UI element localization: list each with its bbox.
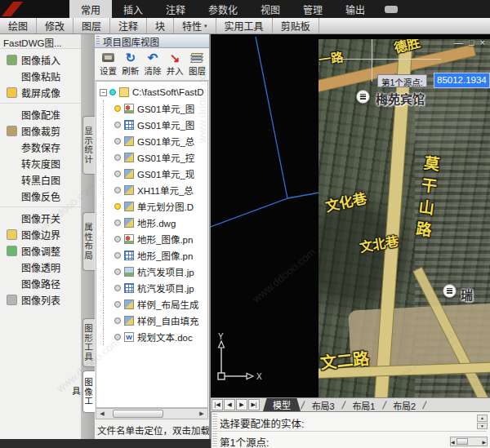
- sidebar-button-图像开关[interactable]: 图像开关: [0, 210, 81, 226]
- bulb-icon[interactable]: [114, 236, 121, 242]
- sidebar-button-截屏成像[interactable]: 截屏成像: [0, 84, 81, 100]
- tree-item[interactable]: 样例_布局生成: [96, 296, 207, 313]
- app-logo-button[interactable]: [0, 0, 69, 18]
- menu-tab-注释[interactable]: 注释: [154, 0, 197, 18]
- menu-tab-常用[interactable]: 常用: [69, 0, 112, 18]
- ribbon-panel-修改[interactable]: 修改: [37, 18, 74, 33]
- bulb-icon[interactable]: [114, 334, 121, 340]
- tree-item[interactable]: 地形_图像.pn: [96, 247, 207, 264]
- menu-tab-输出[interactable]: 输出: [334, 0, 376, 18]
- tree-item[interactable]: GS01单元_控: [96, 149, 207, 166]
- command-line-window[interactable]: 选择要配准的实体: ▲ ▼ 第1个源点: ◀ ▶: [211, 411, 490, 448]
- layout-tab-布局1[interactable]: 布局1: [345, 398, 381, 411]
- bulb-icon[interactable]: [114, 122, 121, 128]
- vertical-tab-显示统计[interactable]: 显示统计: [82, 116, 95, 175]
- layout-nav-1[interactable]: ◀: [224, 399, 235, 410]
- tree-item[interactable]: 地形.dwg: [96, 215, 207, 231]
- sidebar-button-图像反色[interactable]: 图像反色: [0, 188, 81, 204]
- scroll-left-icon[interactable]: ◀: [451, 439, 455, 445]
- menu-tab-插入[interactable]: 插入: [112, 0, 154, 18]
- panel-tool-清除[interactable]: ↶清除: [142, 51, 163, 79]
- vertical-tab-图形工具[interactable]: 图形工具: [82, 318, 95, 367]
- sidebar-button-参数保存[interactable]: 参数保存: [0, 139, 81, 155]
- close-icon[interactable]: ×: [480, 38, 485, 47]
- ribbon-minimize-icon[interactable]: [385, 6, 398, 13]
- layout-tab-布局3[interactable]: 布局3: [305, 398, 341, 411]
- tree-item[interactable]: GS01单元_图: [96, 100, 207, 117]
- panel-grip-icon[interactable]: [96, 36, 100, 46]
- bulb-icon[interactable]: [114, 285, 121, 291]
- tree-item[interactable]: GS01单元_现: [96, 166, 207, 182]
- restore-icon[interactable]: □: [469, 38, 474, 47]
- panel-tool-刷新[interactable]: ↻刷新: [120, 51, 140, 79]
- tree-item[interactable]: 杭汽发项目.jp: [96, 280, 207, 296]
- command-grip-icon[interactable]: [212, 414, 217, 447]
- sidebar-button-图像调整[interactable]: 图像调整: [0, 242, 81, 259]
- flyout-arrow-icon[interactable]: ▾: [204, 23, 207, 29]
- sidebar-button-图像裁剪[interactable]: 图像裁剪: [0, 122, 81, 139]
- bulb-icon[interactable]: [114, 220, 121, 226]
- ribbon-panel-绘图[interactable]: 绘图: [0, 18, 37, 33]
- ribbon-panel-图层[interactable]: 图层: [74, 18, 110, 33]
- scroll-left-icon[interactable]: ◀: [96, 410, 108, 417]
- sidebar-button-图像配准[interactable]: 图像配准: [0, 106, 81, 122]
- layout-nav-2[interactable]: ▶: [236, 399, 247, 410]
- tree-root[interactable]: −C:\fastSoft\FastD: [96, 84, 207, 100]
- tree-item[interactable]: 单元划分图.D: [96, 198, 207, 215]
- ribbon-panel-剪贴板[interactable]: 剪贴板: [273, 18, 319, 33]
- menu-tab-参数化[interactable]: 参数化: [197, 0, 249, 18]
- sidebar-button-图像透明[interactable]: 图像透明: [0, 259, 81, 275]
- drawing-viewport[interactable]: 一路德胜梅苑宾馆莫干山路文化巷文北巷文二路瑞 第1个源点: 85012.1934…: [211, 34, 490, 397]
- scroll-up-icon[interactable]: ▲: [477, 415, 488, 422]
- panel-tool-并入[interactable]: ↘并入: [165, 51, 185, 79]
- scroll-thumb[interactable]: [113, 410, 163, 418]
- collapse-icon[interactable]: −: [100, 89, 107, 96]
- layout-tab-模型[interactable]: 模型: [263, 398, 301, 411]
- command-hscrollbar[interactable]: ◀ ▶: [450, 437, 488, 446]
- sidebar-button-转灰度图[interactable]: 转灰度图: [0, 155, 81, 171]
- bulb-icon[interactable]: [114, 105, 121, 112]
- command-vscrollbar[interactable]: ▲ ▼: [477, 415, 488, 429]
- sidebar-button-图像路径[interactable]: 图像路径: [0, 275, 81, 291]
- tree-item[interactable]: W规划文本.doc: [96, 329, 207, 345]
- bulb-icon[interactable]: [114, 317, 121, 324]
- layout-nav-3[interactable]: ▶|: [248, 399, 260, 410]
- tree-hscrollbar[interactable]: ◀ ▶: [96, 408, 208, 419]
- bulb-icon[interactable]: [114, 187, 121, 193]
- ribbon-panel-实用工具[interactable]: 实用工具: [216, 18, 273, 33]
- sidebar-button-图像边界[interactable]: 图像边界: [0, 226, 81, 242]
- ribbon-panel-注释[interactable]: 注释: [110, 18, 147, 33]
- panel-tool-图层[interactable]: 图层: [187, 51, 207, 79]
- scroll-right-icon[interactable]: ▶: [482, 439, 486, 445]
- bulb-icon[interactable]: [114, 171, 121, 177]
- layout-nav-0[interactable]: |◀: [212, 399, 223, 410]
- tree-item[interactable]: XH11单元_总: [96, 182, 207, 198]
- panel-tool-设置[interactable]: 设置: [98, 51, 118, 79]
- bulb-icon[interactable]: [114, 252, 121, 259]
- bulb-icon[interactable]: [114, 154, 121, 161]
- scroll-thumb[interactable]: [457, 438, 468, 445]
- menu-tab-管理[interactable]: 管理: [292, 0, 334, 18]
- tree-item[interactable]: GS01单元_总: [96, 133, 207, 149]
- tree-item[interactable]: 杭汽发项目.jp: [96, 264, 207, 280]
- layout-tab-布局2[interactable]: 布局2: [386, 398, 422, 411]
- scroll-right-icon[interactable]: ▶: [196, 410, 207, 417]
- vertical-tab-图像工具[interactable]: 图像工具: [82, 370, 95, 413]
- tree-item[interactable]: 样例_自由填充: [96, 313, 207, 329]
- sidebar-button-图像列表[interactable]: 图像列表: [0, 291, 81, 308]
- bulb-icon[interactable]: [114, 138, 121, 144]
- vertical-tab-属性布局[interactable]: 属性布局: [82, 212, 95, 271]
- command-prompt-line[interactable]: 第1个源点:: [220, 434, 269, 448]
- bulb-icon[interactable]: [109, 89, 116, 95]
- dynamic-input-value[interactable]: 85012.1934: [434, 73, 490, 88]
- sidebar-button-图像粘贴[interactable]: 图像粘贴: [0, 68, 81, 84]
- bulb-icon[interactable]: [114, 268, 121, 275]
- tree-item[interactable]: GS01单元_图: [96, 117, 207, 133]
- scroll-down-icon[interactable]: ▼: [477, 423, 488, 430]
- menu-tab-视图[interactable]: 视图: [249, 0, 292, 18]
- sidebar-button-图像插入[interactable]: 图像插入: [0, 51, 81, 68]
- tree-item[interactable]: 地形_图像.pn: [96, 231, 207, 247]
- ribbon-panel-块[interactable]: 块: [147, 18, 174, 33]
- ribbon-panel-特性[interactable]: 特性▾: [174, 18, 216, 33]
- bulb-icon[interactable]: [114, 301, 121, 308]
